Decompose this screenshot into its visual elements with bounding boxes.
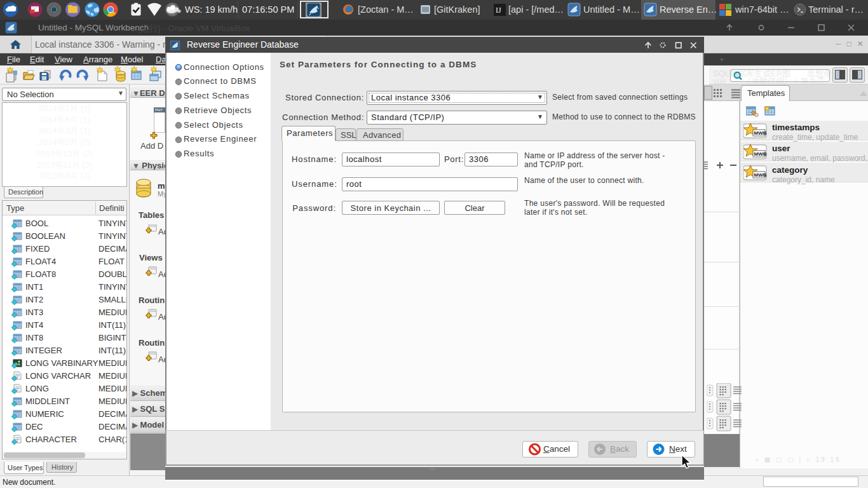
svg-text:MWB: MWB <box>754 130 767 136</box>
svg-text:IJ: IJ <box>496 6 501 15</box>
